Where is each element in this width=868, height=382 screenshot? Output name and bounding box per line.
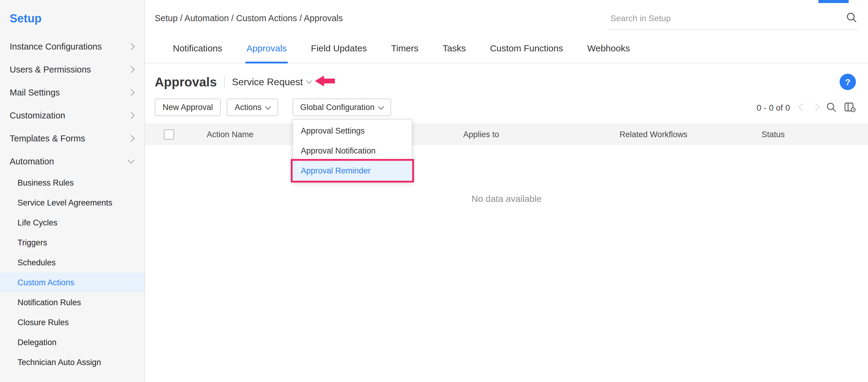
list-search-icon[interactable] (826, 102, 837, 113)
column-related-workflows: Related Workflows (572, 130, 735, 139)
toolbar: New Approval Actions Global Configuratio… (145, 95, 868, 123)
setup-search (609, 10, 858, 30)
toolbar-right: 0 - 0 of 0 (756, 102, 856, 113)
module-selector[interactable]: Service Request (232, 76, 311, 87)
loading-bar (818, 0, 849, 3)
sidebar-item-triggers[interactable]: Triggers (0, 233, 145, 253)
annotation-arrow (315, 75, 336, 89)
sidebar-item-business-rules[interactable]: Business Rules (0, 173, 145, 193)
tab-timers[interactable]: Timers (390, 38, 420, 63)
sidebar-item-templates-forms[interactable]: Templates & Forms (0, 127, 145, 150)
table-header: Action Name Applies to Related Workflows… (145, 123, 868, 145)
chevron-right-icon (128, 43, 135, 50)
actions-button[interactable]: Actions (227, 98, 278, 116)
search-input[interactable] (609, 10, 858, 30)
sidebar-item-customization[interactable]: Customization (0, 104, 145, 127)
select-all-checkbox[interactable] (164, 129, 174, 139)
global-configuration-button[interactable]: Global Configuration (292, 98, 391, 116)
divider (224, 76, 224, 88)
main-content: Setup / Automation / Custom Actions / Ap… (145, 0, 868, 382)
sidebar-item-mail-settings[interactable]: Mail Settings (0, 81, 145, 104)
tab-approvals[interactable]: Approvals (245, 38, 288, 63)
sidebar-title: Setup (0, 2, 145, 35)
chevron-right-icon (128, 89, 135, 96)
new-approval-button[interactable]: New Approval (155, 98, 221, 116)
menu-item-approval-settings[interactable]: Approval Settings (293, 121, 411, 141)
sidebar-item-label: Instance Configurations (10, 42, 102, 52)
tab-field-updates[interactable]: Field Updates (310, 38, 368, 63)
sidebar-item-label: Automation (10, 157, 54, 166)
sidebar-item-closure-rules[interactable]: Closure Rules (0, 313, 145, 332)
sidebar-item-schedules[interactable]: Schedules (0, 253, 145, 273)
page-previous-icon[interactable] (799, 103, 806, 111)
chevron-right-icon (128, 66, 135, 73)
menu-item-label: Approval Reminder (301, 166, 371, 175)
chevron-right-icon (128, 112, 135, 119)
caret-down-icon (378, 103, 384, 109)
sidebar-item-delegation[interactable]: Delegation (0, 332, 145, 352)
module-selector-label: Service Request (232, 76, 303, 87)
sidebar-item-instance-configurations[interactable]: Instance Configurations (0, 35, 145, 58)
sidebar-item-label: Mail Settings (10, 88, 60, 97)
topbar: Setup / Automation / Custom Actions / Ap… (145, 0, 868, 30)
sidebar-item-label: Users & Permissions (10, 65, 91, 74)
sidebar-item-automation[interactable]: Automation (0, 150, 145, 173)
sidebar-item-users-permissions[interactable]: Users & Permissions (0, 58, 145, 81)
sidebar-item-notification-rules[interactable]: Notification Rules (0, 292, 145, 313)
column-status: Status (735, 130, 868, 139)
column-applies-to: Applies to (391, 130, 572, 139)
empty-state-text: No data available (145, 193, 868, 204)
sidebar-item-service-level-agreements[interactable]: Service Level Agreements (0, 193, 145, 213)
help-button[interactable]: ? (840, 74, 856, 90)
menu-item-approval-notification[interactable]: Approval Notification (293, 141, 411, 161)
tab-webhooks[interactable]: Webhooks (586, 38, 631, 63)
breadcrumb[interactable]: Setup / Automation / Custom Actions / Ap… (155, 10, 343, 23)
page-next-icon[interactable] (812, 103, 819, 111)
column-settings-icon[interactable] (844, 102, 856, 113)
page-title: Approvals (155, 75, 217, 89)
sidebar-item-label: Customization (10, 110, 65, 120)
chevron-down-icon (128, 157, 135, 164)
setup-page: Setup Instance Configurations Users & Pe… (0, 0, 868, 382)
tab-notifications[interactable]: Notifications (172, 38, 223, 63)
sidebar-item-custom-actions[interactable]: Custom Actions (0, 273, 145, 292)
global-configuration-label: Global Configuration (300, 103, 374, 112)
caret-down-icon (265, 103, 271, 109)
global-configuration-menu: Approval Settings Approval Notification … (292, 119, 412, 183)
new-approval-label: New Approval (163, 103, 213, 112)
tab-bar: Notifications Approvals Field Updates Ti… (145, 38, 868, 63)
tab-custom-functions[interactable]: Custom Functions (489, 38, 564, 63)
title-row: Approvals Service Request ? (145, 63, 868, 95)
sidebar: Setup Instance Configurations Users & Pe… (0, 0, 145, 382)
pagination-count: 0 - 0 of 0 (756, 102, 790, 112)
sidebar-item-label: Templates & Forms (10, 134, 85, 143)
menu-item-approval-reminder[interactable]: Approval Reminder (293, 161, 411, 181)
global-configuration-wrap: Global Configuration Approval Settings A… (292, 98, 391, 116)
chevron-right-icon (128, 135, 135, 142)
actions-label: Actions (235, 103, 262, 112)
chevron-down-icon (306, 78, 312, 84)
search-icon[interactable] (846, 12, 857, 23)
sidebar-item-technician-auto-assign[interactable]: Technician Auto Assign (0, 352, 145, 372)
tab-tasks[interactable]: Tasks (441, 38, 467, 63)
sidebar-item-life-cycles[interactable]: Life Cycles (0, 213, 145, 233)
